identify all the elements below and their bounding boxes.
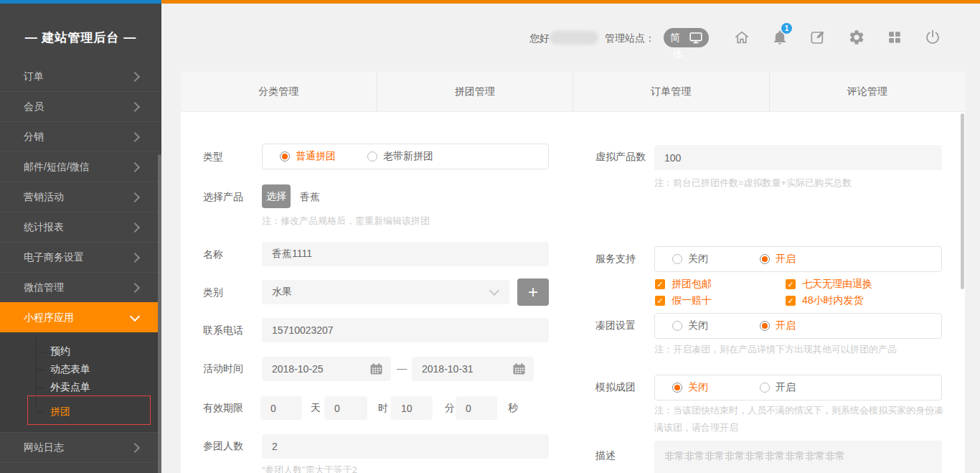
checkbox-label: 48小时内发货 bbox=[802, 294, 864, 307]
tab-groupbuy-management[interactable]: 拼团管理 bbox=[377, 72, 573, 111]
sidebar-subitem-group-buy[interactable]: 拼团 bbox=[0, 401, 161, 422]
calendar-icon bbox=[513, 363, 525, 375]
greeting-text: 您好 bbox=[529, 32, 550, 45]
sidebar-submenu: 预约 动态表单 外卖点单 拼团 bbox=[0, 332, 161, 432]
description-textarea[interactable]: 非常非常非常非常非常非常非常非常非常 bbox=[654, 441, 942, 473]
unit-days: 天 bbox=[311, 402, 321, 415]
checkbox-ship-48h[interactable]: ✓ 48小时内发货 bbox=[786, 294, 864, 307]
checkbox-label: 假一赔十 bbox=[672, 294, 712, 307]
groupbuy-edit-form: 类型 普通拼团 老带新拼团 选择产品 选择 香蕉 注：修改产品规格后，需重新编辑… bbox=[181, 112, 965, 473]
chevron-right-icon bbox=[130, 442, 140, 452]
validity-seconds-input[interactable] bbox=[456, 396, 497, 420]
home-icon[interactable] bbox=[733, 29, 750, 46]
notification-badge: 1 bbox=[781, 23, 792, 34]
checkbox-seven-day-return[interactable]: ✓ 七天无理由退换 bbox=[786, 278, 872, 291]
sidebar-subitem-label: 拼团 bbox=[50, 406, 70, 417]
validity-label: 有效期限 bbox=[203, 402, 243, 415]
checkbox-label: 七天无理由退换 bbox=[802, 278, 872, 291]
select-product-button[interactable]: 选择 bbox=[262, 184, 291, 208]
phone-label: 联系电话 bbox=[203, 324, 243, 337]
checkbox-fake-one-pay-ten[interactable]: ✓ 假一赔十 bbox=[655, 294, 712, 307]
sidebar-item-site-logs[interactable]: 网站日志 bbox=[0, 432, 161, 463]
radio-label: 老带新拼团 bbox=[383, 150, 433, 163]
radio-selected-icon bbox=[280, 151, 290, 161]
sidebar-item-label: 微信管理 bbox=[24, 281, 64, 294]
sidebar-item-members[interactable]: 会员 bbox=[0, 91, 161, 121]
tab-category-management[interactable]: 分类管理 bbox=[181, 72, 377, 111]
radio-selected-icon bbox=[672, 383, 682, 393]
category-label: 类别 bbox=[203, 286, 223, 299]
sidebar-item-marketing[interactable]: 营销活动 bbox=[0, 182, 161, 212]
radio-option-on[interactable]: 开启 bbox=[760, 375, 796, 400]
radio-option-on[interactable]: 开启 bbox=[760, 314, 796, 338]
description-label: 描述 bbox=[595, 449, 616, 462]
chevron-right-icon bbox=[130, 192, 140, 202]
virtual-count-input[interactable] bbox=[654, 145, 942, 170]
end-date-picker[interactable]: 2018-10-31 bbox=[412, 357, 534, 381]
checkbox-free-shipping[interactable]: ✓ 拼团包邮 bbox=[655, 278, 712, 291]
virtual-count-note: 注：前台已拼团件数=虚拟数量+实际已购买总数 bbox=[654, 177, 852, 189]
monitor-icon bbox=[689, 32, 702, 44]
radio-option-off[interactable]: 关闭 bbox=[672, 314, 708, 338]
virtual-count-label: 虚拟产品数 bbox=[595, 151, 646, 164]
validity-days-input[interactable] bbox=[260, 396, 302, 420]
sidebar-item-ecommerce-settings[interactable]: 电子商务设置 bbox=[0, 242, 161, 272]
radio-unselected-icon bbox=[760, 383, 770, 393]
validity-hours-input[interactable] bbox=[324, 396, 367, 420]
radio-unselected-icon bbox=[672, 254, 682, 264]
participants-input[interactable] bbox=[262, 434, 549, 459]
checkbox-checked-icon: ✓ bbox=[655, 296, 665, 306]
main-scrollbar[interactable] bbox=[961, 113, 964, 289]
checkbox-label: 拼团包邮 bbox=[672, 278, 712, 291]
unit-minutes: 分 bbox=[445, 402, 455, 415]
tab-order-management[interactable]: 订单管理 bbox=[573, 72, 769, 111]
radio-option-off[interactable]: 关闭 bbox=[672, 375, 708, 400]
sidebar-subitem-takeout-order[interactable]: 外卖点单 bbox=[0, 378, 161, 396]
phone-input[interactable] bbox=[262, 318, 549, 342]
sidebar-scrollbar[interactable] bbox=[158, 154, 161, 473]
sidebar-item-miniprogram-apps[interactable]: 小程序应用 bbox=[0, 302, 161, 332]
sidebar-item-distribution[interactable]: 分销 bbox=[0, 121, 161, 151]
category-selected-value: 水果 bbox=[272, 286, 292, 299]
add-category-button[interactable]: + bbox=[517, 278, 549, 306]
compose-edit-icon[interactable] bbox=[809, 29, 826, 46]
sidebar-item-reports[interactable]: 统计报表 bbox=[0, 212, 161, 242]
apps-grid-icon[interactable] bbox=[886, 29, 903, 46]
validity-minutes-input[interactable] bbox=[391, 396, 433, 420]
sidebar-item-label: 小程序应用 bbox=[24, 312, 74, 324]
sidebar-item-label: 统计报表 bbox=[24, 221, 64, 234]
topbar-orange-segment bbox=[161, 0, 980, 4]
simulate-radio-group: 关闭 开启 bbox=[654, 375, 942, 401]
radio-option-on[interactable]: 开启 bbox=[760, 247, 796, 271]
radio-option-referral-groupbuy[interactable]: 老带新拼团 bbox=[367, 144, 433, 169]
select-product-label: 选择产品 bbox=[203, 191, 243, 204]
power-logout-icon[interactable] bbox=[924, 29, 941, 46]
start-date-picker[interactable]: 2018-10-25 bbox=[262, 357, 391, 381]
unit-hours: 时 bbox=[378, 402, 388, 415]
radio-label: 普通拼团 bbox=[296, 150, 336, 163]
name-input[interactable] bbox=[262, 242, 549, 266]
sidebar-item-mail-sms-wechat[interactable]: 邮件/短信/微信 bbox=[0, 151, 161, 182]
sidebar-subitem-booking[interactable]: 预约 bbox=[0, 342, 161, 360]
tab-review-management[interactable]: 评论管理 bbox=[769, 72, 966, 111]
checkbox-checked-icon: ✓ bbox=[655, 279, 665, 289]
start-date-value: 2018-10-25 bbox=[272, 363, 324, 375]
tab-bar: 分类管理 拼团管理 订单管理 评论管理 bbox=[181, 72, 965, 112]
radio-label: 开启 bbox=[776, 319, 796, 332]
radio-option-off[interactable]: 关闭 bbox=[672, 247, 708, 271]
end-date-value: 2018-10-31 bbox=[422, 363, 473, 375]
category-select[interactable]: 水果 bbox=[262, 280, 509, 304]
radio-option-normal-groupbuy[interactable]: 普通拼团 bbox=[280, 144, 336, 169]
settings-gear-icon[interactable] bbox=[848, 29, 865, 46]
language-switcher[interactable]: 简 bbox=[664, 28, 709, 47]
username-blurred bbox=[550, 31, 598, 45]
sidebar-item-label: 订单 bbox=[24, 72, 44, 83]
chevron-down-icon bbox=[489, 286, 499, 296]
sidebar-item-wechat-management[interactable]: 微信管理 bbox=[0, 272, 161, 302]
sidebar-subitem-dynamic-forms[interactable]: 动态表单 bbox=[0, 360, 161, 378]
chevron-right-icon bbox=[130, 131, 140, 141]
simulate-note: 注：当该团快结束时，人员不满的情况下，则系统会模拟买家的身份凑满该团，请合理开启 bbox=[654, 402, 950, 436]
sidebar-item-orders[interactable]: 订单 bbox=[0, 72, 161, 91]
radio-label: 关闭 bbox=[688, 319, 708, 332]
calendar-icon bbox=[370, 363, 382, 375]
